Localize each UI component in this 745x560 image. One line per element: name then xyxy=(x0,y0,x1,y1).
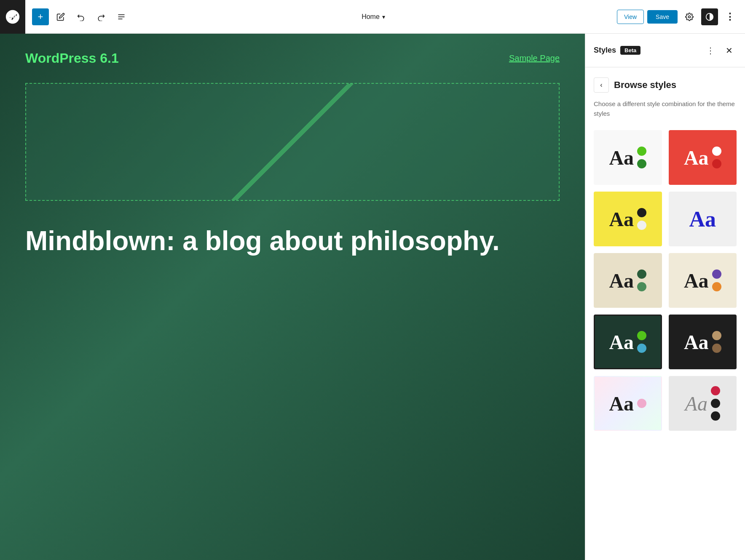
edit-button[interactable] xyxy=(52,8,69,25)
style-dot xyxy=(637,269,646,279)
browse-styles-content: ‹ Browse styles Choose a different style… xyxy=(585,67,745,560)
style-dot xyxy=(712,344,721,353)
style-dots-gray xyxy=(711,386,720,421)
settings-button[interactable] xyxy=(681,8,698,25)
style-card-blue[interactable]: Aa xyxy=(669,192,737,246)
svg-text:W: W xyxy=(9,13,16,21)
toolbar-right: View Save ⋮ xyxy=(617,8,738,25)
style-aa-gray: Aa xyxy=(685,392,707,415)
site-nav: Sample Page xyxy=(509,53,560,63)
view-button[interactable]: View xyxy=(617,10,644,24)
back-button[interactable]: ‹ xyxy=(594,77,609,93)
wp-logo-icon: W xyxy=(5,9,20,24)
style-dots-yellow xyxy=(637,208,646,230)
chevron-down-icon: ▾ xyxy=(382,13,385,20)
style-aa-beige: Aa xyxy=(609,269,634,292)
nav-link[interactable]: Sample Page xyxy=(509,53,560,63)
style-dots-pastel xyxy=(637,399,646,408)
style-aa-yellow: Aa xyxy=(609,208,634,231)
panel-header-right: ⋮ ✕ xyxy=(703,43,737,58)
style-dots-default xyxy=(637,147,646,168)
list-view-button[interactable] xyxy=(113,8,130,25)
styles-panel: Styles Beta ⋮ ✕ ‹ Browse styles Choose a… xyxy=(585,34,745,560)
style-aa-dark: Aa xyxy=(684,331,709,354)
style-dots-red xyxy=(712,147,721,168)
style-dots-dark-green xyxy=(637,331,646,353)
style-dot xyxy=(637,147,646,156)
more-options-button[interactable]: ⋮ xyxy=(721,8,738,25)
toolbar: W + Home ▾ Vi xyxy=(0,0,745,34)
browse-styles-description: Choose a different style combination for… xyxy=(594,99,737,118)
panel-close-button[interactable]: ✕ xyxy=(721,43,737,58)
redo-button[interactable] xyxy=(93,8,110,25)
style-card-dark-green[interactable]: Aa xyxy=(594,315,662,369)
style-dots-dark xyxy=(712,331,721,353)
add-block-button[interactable]: + xyxy=(32,8,49,25)
style-aa-blue: Aa xyxy=(689,207,716,232)
style-dot xyxy=(712,269,721,279)
redo-icon xyxy=(97,13,105,21)
style-dot xyxy=(711,399,720,408)
style-card-gray-italic[interactable]: Aa xyxy=(669,376,737,431)
style-card-red[interactable]: Aa xyxy=(669,130,737,185)
style-dot xyxy=(637,282,646,291)
main-area: WordPress 6.1 Sample Page Mindblown: a b… xyxy=(0,34,745,560)
style-card-dark[interactable]: Aa xyxy=(669,315,737,369)
style-aa-default: Aa xyxy=(609,146,634,169)
more-options-icon: ⋮ xyxy=(725,11,735,22)
settings-icon xyxy=(685,13,694,21)
style-dot xyxy=(637,399,646,408)
style-dot xyxy=(711,411,720,421)
site-title: WordPress 6.1 xyxy=(25,51,119,66)
site-header: WordPress 6.1 Sample Page xyxy=(0,34,585,75)
svg-point-5 xyxy=(689,16,691,18)
toolbar-center: Home ▾ xyxy=(133,10,614,24)
style-dot xyxy=(711,386,720,395)
panel-more-button[interactable]: ⋮ xyxy=(703,43,718,58)
beta-badge: Beta xyxy=(620,46,640,55)
style-aa-tan: Aa xyxy=(684,269,709,292)
style-dot xyxy=(637,331,646,340)
hero-text: Mindblown: a blog about philosophy. xyxy=(0,209,585,272)
style-dot xyxy=(637,208,646,217)
style-dot xyxy=(637,344,646,353)
image-placeholder[interactable] xyxy=(25,83,560,201)
style-aa-red: Aa xyxy=(684,146,709,169)
contrast-icon xyxy=(705,13,714,21)
style-dot xyxy=(712,282,721,291)
edit-icon xyxy=(56,13,65,21)
style-card-pastel[interactable]: Aa xyxy=(594,376,662,431)
browse-header: ‹ Browse styles xyxy=(594,77,737,93)
style-card-default[interactable]: Aa xyxy=(594,130,662,185)
style-card-tan[interactable]: Aa xyxy=(669,253,737,308)
style-card-yellow[interactable]: Aa xyxy=(594,192,662,246)
style-dot xyxy=(712,159,721,168)
style-dots-beige xyxy=(637,269,646,291)
panel-header: Styles Beta ⋮ ✕ xyxy=(585,34,745,67)
list-view-icon xyxy=(117,13,126,21)
style-dot xyxy=(712,147,721,156)
close-icon: ✕ xyxy=(726,45,733,56)
style-aa-dark-green: Aa xyxy=(609,331,634,354)
style-dot xyxy=(637,221,646,230)
style-card-beige[interactable]: Aa xyxy=(594,253,662,308)
save-button[interactable]: Save xyxy=(647,10,678,24)
style-dot xyxy=(712,331,721,340)
style-dot xyxy=(637,159,646,168)
browse-styles-title: Browse styles xyxy=(614,80,676,91)
undo-icon xyxy=(77,13,85,21)
panel-header-left: Styles Beta xyxy=(594,46,640,55)
back-icon: ‹ xyxy=(600,81,602,89)
panel-title: Styles xyxy=(594,46,616,55)
page-title-button[interactable]: Home ▾ xyxy=(356,10,390,24)
style-grid: Aa Aa xyxy=(594,130,737,431)
wp-logo: W xyxy=(0,0,25,34)
contrast-button[interactable] xyxy=(701,8,718,25)
canvas-inner: WordPress 6.1 Sample Page Mindblown: a b… xyxy=(0,34,585,560)
style-dots-tan xyxy=(712,269,721,291)
canvas: WordPress 6.1 Sample Page Mindblown: a b… xyxy=(0,34,585,560)
style-aa-pastel: Aa xyxy=(609,392,634,415)
panel-more-icon: ⋮ xyxy=(706,45,715,56)
undo-button[interactable] xyxy=(72,8,89,25)
page-title-text: Home xyxy=(362,13,380,21)
